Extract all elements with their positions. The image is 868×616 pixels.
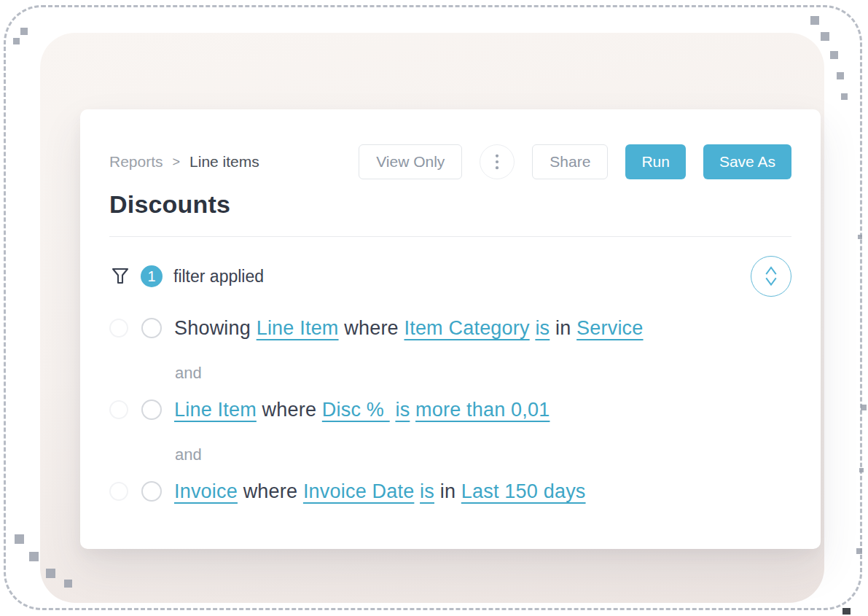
filter-token-link[interactable]: Invoice Date <box>303 480 414 502</box>
dither-pixel <box>837 72 844 79</box>
filter-row: Invoice where Invoice Date is in Last 15… <box>109 475 791 507</box>
filter-token-text: Showing <box>174 317 251 339</box>
dither-pixel <box>15 534 24 544</box>
filter-select-circle[interactable] <box>141 481 162 502</box>
filter-drag-handle-circle[interactable] <box>109 319 128 338</box>
filter-bar: 1 filter applied <box>109 256 791 297</box>
toolbar-actions: View Only Share Run Save As <box>359 144 791 179</box>
dither-pixel <box>20 28 28 35</box>
view-only-button[interactable]: View Only <box>359 144 462 179</box>
save-as-button[interactable]: Save As <box>703 144 791 179</box>
card-header: Reports > Line items View Only Share Run… <box>109 144 791 179</box>
filter-token-link[interactable]: Line Item <box>174 399 257 421</box>
filter-list: Showing Line Item where Item Category is… <box>109 297 791 507</box>
filter-sentence: Invoice where Invoice Date is in Last 15… <box>174 480 586 503</box>
filter-select-circle[interactable] <box>141 318 162 338</box>
dither-pixel <box>859 468 864 472</box>
filter-row: Line Item where Disc % is more than 0,01 <box>109 394 791 426</box>
filter-token-link[interactable]: Line Item <box>257 317 339 339</box>
dither-pixel <box>858 235 862 239</box>
filter-token-link[interactable]: is <box>420 480 434 502</box>
dither-pixel <box>842 608 851 615</box>
dither-pixel <box>13 38 20 44</box>
filter-row: Showing Line Item where Item Category is… <box>109 312 791 344</box>
filter-token-link[interactable]: Invoice <box>174 480 238 502</box>
filter-token-link[interactable]: Last 150 days <box>461 480 586 502</box>
breadcrumb: Reports > Line items <box>109 153 259 171</box>
filter-sentence: Line Item where Disc % is more than 0,01 <box>174 399 550 421</box>
filter-token-text: where <box>243 480 298 502</box>
filter-funnel-icon <box>109 265 131 287</box>
collapse-diamond-icon <box>751 256 791 297</box>
dither-pixel <box>46 569 55 578</box>
run-button[interactable]: Run <box>625 144 686 179</box>
filter-token-link[interactable]: more than 0,01 <box>415 399 550 421</box>
breadcrumb-separator-icon: > <box>173 155 181 170</box>
filter-conjunction: and <box>175 364 791 383</box>
filter-token-link[interactable]: Service <box>576 317 643 339</box>
filter-count-badge: 1 <box>141 265 163 287</box>
more-options-button[interactable] <box>480 144 515 179</box>
filter-token-link[interactable]: Item Category <box>404 317 530 339</box>
filter-token-text: in <box>555 317 571 339</box>
dither-pixel <box>29 552 39 561</box>
kebab-menu-icon <box>480 144 514 179</box>
dither-pixel <box>821 32 829 41</box>
dither-pixel <box>861 405 867 410</box>
share-button[interactable]: Share <box>532 144 608 179</box>
dither-pixel <box>841 93 848 100</box>
filter-token-text: in <box>440 480 455 502</box>
filter-sentence: Showing Line Item where Item Category is… <box>174 317 644 340</box>
dither-pixel <box>64 580 72 588</box>
breadcrumb-current: Line items <box>189 153 259 171</box>
collapse-filters-button[interactable] <box>751 256 791 297</box>
page-title: Discounts <box>109 190 791 219</box>
filter-conjunction: and <box>175 445 791 464</box>
breadcrumb-reports-link[interactable]: Reports <box>109 153 163 171</box>
dither-pixel <box>830 51 838 59</box>
dither-pixel <box>856 548 862 554</box>
filter-token-text: where <box>344 317 399 339</box>
filter-token-link[interactable]: is <box>395 399 410 421</box>
filter-token-link[interactable]: Disc % <box>322 399 390 421</box>
filter-drag-handle-circle[interactable] <box>109 400 128 419</box>
dither-pixel <box>810 16 819 25</box>
filter-applied-label: filter applied <box>173 267 264 286</box>
page-background: Reports > Line items View Only Share Run… <box>0 0 868 616</box>
filter-token-text: where <box>262 399 317 421</box>
filter-drag-handle-circle[interactable] <box>109 482 128 501</box>
filter-token-link[interactable]: is <box>535 317 550 339</box>
filter-select-circle[interactable] <box>141 399 162 420</box>
report-card: Reports > Line items View Only Share Run… <box>80 109 821 549</box>
divider <box>109 236 791 237</box>
